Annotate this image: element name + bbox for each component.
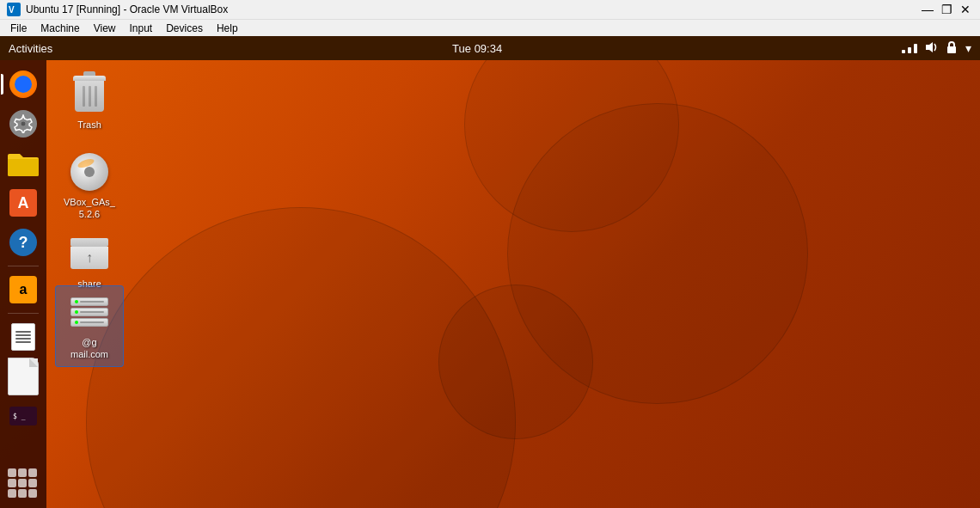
title-bar: V Ubuntu 17 [Running] - Oracle VM Virtua…	[0, 0, 980, 19]
ubuntu-desktop[interactable]: A ? a	[0, 60, 980, 508]
sidebar-item-appstore[interactable]: A	[4, 184, 42, 222]
sidebar-item-newfile[interactable]	[4, 358, 42, 395]
svg-rect-3	[908, 47, 911, 53]
sidebar-item-amazon[interactable]: a	[4, 271, 42, 309]
sidebar-item-system-settings[interactable]	[4, 105, 42, 143]
help-icon: ?	[8, 227, 39, 258]
server-bar	[80, 301, 104, 303]
grid-dot	[8, 468, 16, 477]
trash-label: Trash	[77, 119, 101, 131]
vm-screen: Activities Tue 09:34	[0, 36, 980, 508]
restore-button[interactable]: ❐	[939, 2, 954, 17]
menu-file[interactable]: File	[3, 21, 34, 36]
lock-tray-icon[interactable]	[945, 40, 959, 57]
newfile-icon	[8, 361, 39, 392]
sidebar-item-files[interactable]	[4, 144, 42, 182]
ubuntu-sidebar: A ? a	[0, 60, 46, 508]
window-controls: — ❐ ✕	[920, 2, 973, 17]
svg-marker-5	[926, 42, 933, 52]
minimize-button[interactable]: —	[920, 2, 935, 17]
share-icon-image: ↑	[69, 233, 110, 274]
grid-dot	[18, 468, 27, 477]
menu-devices[interactable]: Devices	[159, 21, 210, 36]
sidebar-divider-2	[8, 313, 39, 314]
title-bar-left: V Ubuntu 17 [Running] - Oracle VM Virtua…	[7, 3, 228, 16]
grid-dot	[18, 489, 27, 498]
amazon-icon: a	[8, 274, 39, 305]
svg-text:V: V	[9, 5, 15, 15]
trash-stripe	[89, 86, 91, 107]
grid-dot	[8, 479, 16, 487]
svg-point-7	[21, 121, 26, 126]
desktop-icon-vbox-gas[interactable]: VBox_GAs_5.2.6	[55, 146, 124, 226]
menu-help[interactable]: Help	[210, 21, 245, 36]
svg-rect-4	[914, 44, 917, 53]
grid-dot	[28, 489, 37, 498]
sidebar-item-texteditor[interactable]	[4, 318, 42, 356]
trash-body	[75, 81, 104, 112]
trash-stripe	[83, 86, 85, 107]
activities-button[interactable]: Activities	[9, 42, 52, 55]
trash-icon-image	[69, 74, 110, 115]
system-settings-icon	[8, 108, 39, 139]
grid-dot	[28, 468, 37, 477]
grid-dot	[28, 479, 37, 487]
desktop-icon-network-gmail[interactable]: @gmail.com	[55, 285, 124, 367]
sidebar-item-terminal[interactable]: $ _	[4, 397, 42, 435]
grid-dot	[18, 479, 27, 487]
menu-machine[interactable]: Machine	[34, 21, 86, 36]
network-gmail-icon-image	[69, 291, 110, 333]
server-row-1	[70, 297, 108, 306]
texteditor-icon	[8, 321, 39, 352]
trash-stripe	[95, 86, 97, 107]
share-top	[70, 238, 108, 247]
share-arrow-icon: ↑	[86, 250, 93, 266]
network-gmail-label: @gmail.com	[70, 336, 108, 361]
terminal-icon: $ _	[8, 401, 39, 431]
trash-lid	[73, 76, 106, 81]
grid-dot	[8, 489, 16, 498]
ubuntu-panel: Activities Tue 09:34	[0, 36, 980, 60]
sidebar-item-help[interactable]: ?	[4, 223, 42, 261]
firefox-icon	[8, 69, 39, 100]
menu-bar: File Machine View Input Devices Help	[0, 19, 980, 36]
sidebar-item-firefox[interactable]	[4, 65, 42, 103]
server-bar	[80, 311, 104, 313]
virtualbox-window: V Ubuntu 17 [Running] - Oracle VM Virtua…	[0, 0, 980, 508]
vbox-gas-label: VBox_GAs_5.2.6	[64, 196, 115, 221]
menu-view[interactable]: View	[87, 21, 123, 36]
sidebar-divider-1	[8, 266, 39, 266]
svg-rect-6	[947, 46, 956, 53]
clock-display: Tue 09:34	[452, 42, 502, 55]
volume-tray-icon[interactable]	[924, 40, 938, 57]
window-title: Ubuntu 17 [Running] - Oracle VM VirtualB…	[26, 3, 228, 15]
server-led	[75, 300, 78, 303]
server-row-3	[70, 318, 108, 327]
network-tray-icon[interactable]	[902, 41, 917, 56]
cd-hole	[84, 167, 95, 177]
files-icon	[8, 148, 39, 179]
appstore-icon: A	[8, 187, 39, 218]
server-row-2	[70, 308, 108, 316]
tray-dropdown-icon[interactable]: ▾	[965, 41, 971, 55]
vbox-gas-icon-image	[69, 151, 110, 193]
desktop-icons-area: Trash VBox_GAs_5.2.6	[46, 60, 980, 508]
vbox-icon: V	[7, 3, 21, 16]
desktop-icon-trash[interactable]: Trash	[55, 69, 124, 136]
sidebar-item-apps-grid[interactable]	[4, 465, 42, 503]
server-led	[75, 310, 78, 314]
menu-input[interactable]: Input	[123, 21, 160, 36]
share-body: ↑	[70, 247, 108, 269]
server-led	[75, 321, 78, 324]
close-button[interactable]: ✕	[958, 2, 973, 17]
system-tray: ▾	[902, 40, 971, 57]
svg-rect-2	[902, 50, 905, 53]
server-bar	[80, 321, 104, 323]
apps-grid-icon	[8, 468, 39, 499]
